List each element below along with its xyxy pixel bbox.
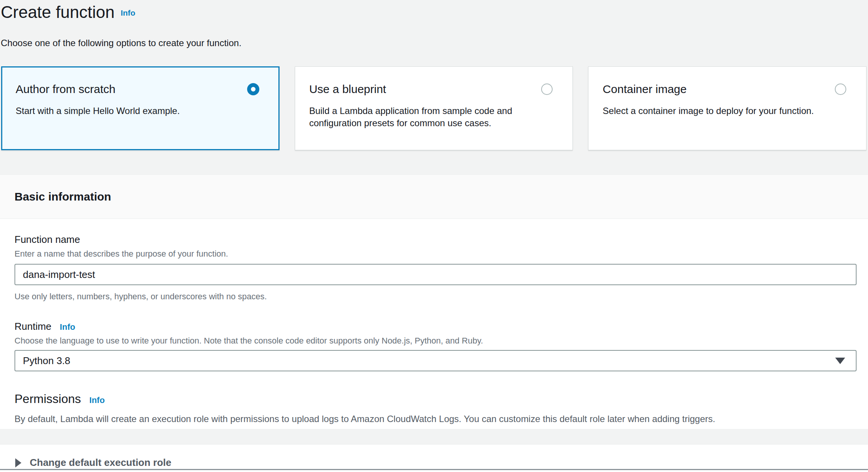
option-card-title: Container image [603, 82, 686, 96]
runtime-label: Runtime [14, 320, 51, 332]
page-title: Create functionInfo [1, 2, 857, 23]
page-subtitle: Choose one of the following options to c… [1, 37, 857, 49]
option-card-description: Select a container image to deploy for y… [603, 105, 839, 117]
function-name-label: Function name [14, 233, 857, 246]
runtime-selected-value: Python 3.8 [23, 355, 70, 367]
function-name-field: Function name Enter a name that describe… [14, 233, 857, 302]
runtime-select[interactable]: Python 3.8 [14, 350, 857, 371]
permissions-info-link[interactable]: Info [89, 395, 104, 405]
basic-information-heading: Basic information [14, 190, 111, 203]
below-divider-space [0, 470, 868, 472]
function-name-description: Enter a name that describes the purpose … [14, 249, 857, 259]
caret-right-icon [15, 458, 21, 467]
runtime-info-link[interactable]: Info [60, 322, 75, 332]
create-function-info-link[interactable]: Info [121, 8, 135, 17]
permissions-section: Permissions Info By default, Lambda will… [14, 391, 857, 425]
card-top-row: Author from scratch [16, 82, 264, 96]
function-name-input[interactable] [14, 264, 857, 285]
option-card-container-image[interactable]: Container image Select a container image… [588, 66, 866, 150]
basic-information-panel-body: Function name Enter a name that describe… [0, 219, 868, 429]
radio-container-image[interactable] [835, 83, 846, 95]
basic-information-panel: Basic information Function name Enter a … [0, 174, 868, 472]
page-header: Create functionInfo Choose one of the fo… [0, 0, 868, 49]
permissions-heading: Permissions [14, 391, 81, 406]
permissions-description: By default, Lambda will create an execut… [14, 413, 857, 425]
basic-information-panel-header: Basic information [0, 174, 868, 219]
chevron-down-icon [835, 358, 845, 364]
card-top-row: Use a blueprint [309, 82, 558, 96]
runtime-description: Choose the language to use to write your… [14, 336, 857, 346]
runtime-field: Runtime Info Choose the language to use … [14, 320, 857, 371]
permissions-heading-row: Permissions Info [14, 391, 857, 406]
change-default-execution-role-expander[interactable]: Change default execution role [0, 445, 868, 472]
radio-author-from-scratch[interactable] [247, 83, 259, 95]
option-card-description: Build a Lambda application from sample c… [309, 105, 546, 129]
option-card-title: Use a blueprint [309, 82, 386, 96]
option-card-author-from-scratch[interactable]: Author from scratch Start with a simple … [1, 66, 280, 150]
card-top-row: Container image [603, 82, 851, 96]
runtime-label-row: Runtime Info [14, 320, 857, 332]
option-card-use-a-blueprint[interactable]: Use a blueprint Build a Lambda applicati… [295, 66, 573, 150]
expander-label: Change default execution role [30, 457, 171, 469]
function-name-constraint: Use only letters, numbers, hyphens, or u… [14, 291, 857, 302]
radio-use-a-blueprint[interactable] [541, 83, 553, 95]
option-card-title: Author from scratch [16, 82, 116, 96]
page-title-text: Create function [1, 3, 114, 21]
option-card-description: Start with a simple Hello World example. [16, 105, 252, 117]
creation-option-cards: Author from scratch Start with a simple … [1, 66, 866, 150]
